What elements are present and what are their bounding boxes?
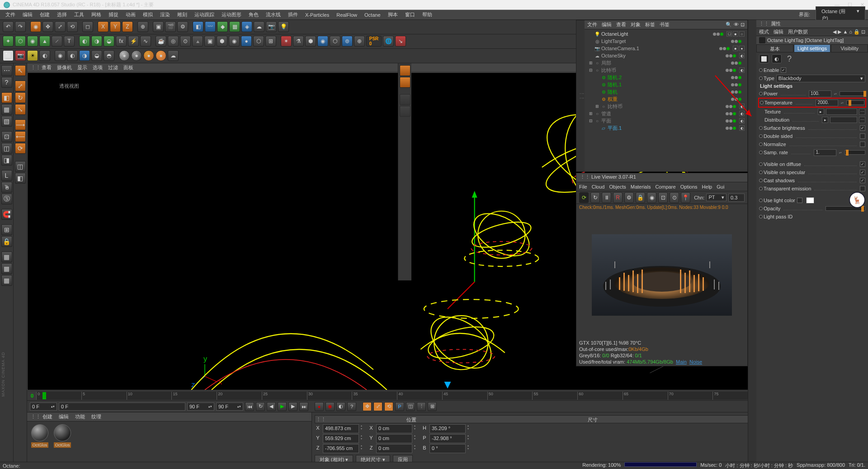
menu-motiontrack[interactable]: 运动跟踪 (192, 10, 217, 19)
object-tree[interactable]: 💡 OctaneLight ☐■○ ◎ LightTarget 📷 Octane… (585, 29, 747, 171)
lt2-a[interactable]: ⟶ (15, 119, 26, 130)
object-tree-item[interactable]: ⚙ 随机.1 (585, 81, 746, 88)
mat-8[interactable]: ◒ (91, 50, 102, 61)
attr-menu-mode[interactable]: 模式 (759, 28, 769, 35)
live-menu-help[interactable]: Help (702, 184, 712, 189)
frame-start-input[interactable]: 0 F▴▾ (30, 403, 57, 411)
effector-1[interactable]: ◐ (79, 36, 90, 47)
object-tree-item[interactable]: 💡 OctaneLight ☐■○ (585, 30, 746, 38)
obj-side-handle[interactable]: ⋮⋮ (576, 20, 585, 171)
temperature-input[interactable]: 2000. (816, 99, 838, 106)
type-dropdown[interactable]: Blackbody▾ (776, 75, 865, 82)
attr-menu-userdata[interactable]: 用户数据 (788, 28, 808, 35)
menu-simulate[interactable]: 模拟 (140, 10, 156, 19)
samp-rate-slider[interactable] (844, 150, 865, 155)
vp-menu-panel[interactable]: 面板 (123, 64, 133, 71)
light-type-icon-help[interactable]: ? (784, 54, 794, 63)
timeline-ruler[interactable]: 051015202530354045505560657075808590 (36, 392, 848, 400)
goto-start-button[interactable]: ⏮ (245, 402, 254, 411)
light-type-icon-1[interactable]: ⬜ (759, 54, 769, 63)
vp-menu-filter[interactable]: 过滤 (108, 64, 118, 71)
redo-button[interactable]: ↷ (15, 21, 26, 32)
model-mode-button[interactable]: ◧ (1, 92, 12, 103)
menu-plugins[interactable]: 插件 (285, 10, 301, 19)
live-render-area[interactable] (576, 211, 747, 339)
attr-nav-home[interactable]: ⌂ (849, 29, 852, 35)
xp-2[interactable]: ⚗ (293, 36, 304, 47)
misc-6[interactable]: ⬢ (217, 36, 227, 47)
live-pick-button[interactable]: ◉ (647, 192, 656, 203)
next-frame-button[interactable]: ▶ (288, 402, 297, 411)
mat-4[interactable]: ◐ (39, 50, 50, 61)
edge-mode-button[interactable]: ◫ (1, 143, 12, 154)
obj-menu-view[interactable]: 查看 (616, 21, 626, 28)
rt1-a[interactable] (400, 65, 410, 76)
obj-menu-bookmarks[interactable]: 书签 (660, 21, 670, 28)
live-menu-compare[interactable]: Compare (655, 184, 675, 189)
object-tree-item[interactable]: ⊞ ○ 局部 (585, 59, 746, 66)
mat-tab-texture[interactable]: 纹理 (91, 413, 101, 420)
misc-2[interactable]: ◎ (168, 36, 179, 47)
attr-menu-edit[interactable]: 编辑 (774, 28, 783, 35)
live-menu-objects[interactable]: Objects (609, 184, 626, 189)
mograph-5[interactable]: ⟋ (52, 36, 62, 47)
effector-5[interactable]: ∿ (140, 36, 151, 47)
frame-end-a-input[interactable]: 90 F▴▾ (187, 403, 214, 411)
distribution-field[interactable] (830, 117, 857, 123)
pk-pos-button[interactable]: ✥ (363, 402, 372, 411)
mat-3[interactable]: ☀ (27, 50, 38, 61)
live-focus-button[interactable]: ⊙ (670, 192, 679, 203)
normalize-checkbox[interactable] (860, 142, 865, 147)
lt2-c[interactable]: ⟳ (15, 143, 26, 154)
mat-tab-create[interactable]: 创建 (42, 413, 52, 420)
live-window-button[interactable]: ⊡ (658, 192, 668, 203)
distribution-clear[interactable]: ⋯ (859, 117, 865, 123)
mat-5[interactable]: ◉ (55, 50, 66, 61)
render-settings-button[interactable]: ⚙ (177, 21, 188, 32)
live-menu-options[interactable]: Options (680, 184, 698, 189)
prev-frame-button[interactable]: ◀ (267, 402, 276, 411)
misc-4[interactable]: ⟁ (192, 36, 203, 47)
xp-1[interactable]: ✶ (281, 36, 292, 47)
samp-rate-spinner[interactable]: ▴▾ (838, 151, 843, 154)
texture-field[interactable] (826, 109, 857, 115)
samp-rate-input[interactable]: 1. (814, 149, 836, 156)
object-tree-item[interactable]: ⊟ ○ 平面 ◐ (585, 117, 746, 124)
grid-2[interactable]: ▦ (1, 263, 12, 274)
obj-eye-icon[interactable]: 👁 (734, 22, 739, 28)
mat-tab-edit[interactable]: 编辑 (59, 413, 69, 420)
texture-clear[interactable]: ⋯ (859, 109, 865, 115)
transparent-emission-checkbox[interactable] (860, 186, 865, 191)
xp-5[interactable]: ⬡ (330, 36, 340, 47)
mat-6[interactable]: ◐ (67, 50, 78, 61)
object-tree-item[interactable]: ◎ LightTarget (585, 38, 746, 45)
loop-button[interactable]: ↻ (256, 402, 265, 411)
live-refresh-button[interactable]: ⟳ (579, 192, 589, 203)
generator-button[interactable]: ◆ (217, 21, 228, 32)
misc-5[interactable]: ▣ (204, 36, 215, 47)
misc-10[interactable]: ⊞ (265, 36, 276, 47)
attr-nav-back[interactable]: ◀ (833, 29, 836, 35)
object-tree-item[interactable]: ⚙ 权重 (585, 95, 746, 103)
menu-create[interactable]: 创建 (37, 10, 52, 19)
attr-nav-up[interactable]: ▲ (843, 29, 848, 35)
obj-menu-tags[interactable]: 标签 (645, 21, 655, 28)
live-select-button[interactable]: ◉ (30, 21, 41, 32)
menu-file[interactable]: 文件 (3, 10, 18, 19)
grid-1[interactable]: ▦ (1, 251, 12, 262)
menu-help[interactable]: 帮助 (420, 10, 435, 19)
frame-end-b-input[interactable]: 90 F▴▾ (216, 403, 243, 411)
mat-2[interactable]: 📷 (15, 50, 26, 61)
attr-tab-visibility[interactable]: Visibility (831, 44, 868, 52)
effector-2[interactable]: ◑ (91, 36, 102, 47)
object-tree-item[interactable]: ▱ 平面.1 ◐ (585, 124, 746, 132)
menu-snap[interactable]: 捕捉 (106, 10, 121, 19)
frame-current-input[interactable]: 0 F (59, 403, 185, 411)
lock-button[interactable]: ⊞ (1, 224, 12, 235)
menu-tools[interactable]: 工具 (71, 10, 87, 19)
render-view-button[interactable]: ▣ (153, 21, 164, 32)
live-region-button[interactable]: R (613, 192, 623, 203)
snap-button[interactable]: Ⓢ (1, 194, 12, 204)
effector-fx[interactable]: fx (116, 36, 127, 47)
xp-6[interactable]: ⊚ (342, 36, 353, 47)
